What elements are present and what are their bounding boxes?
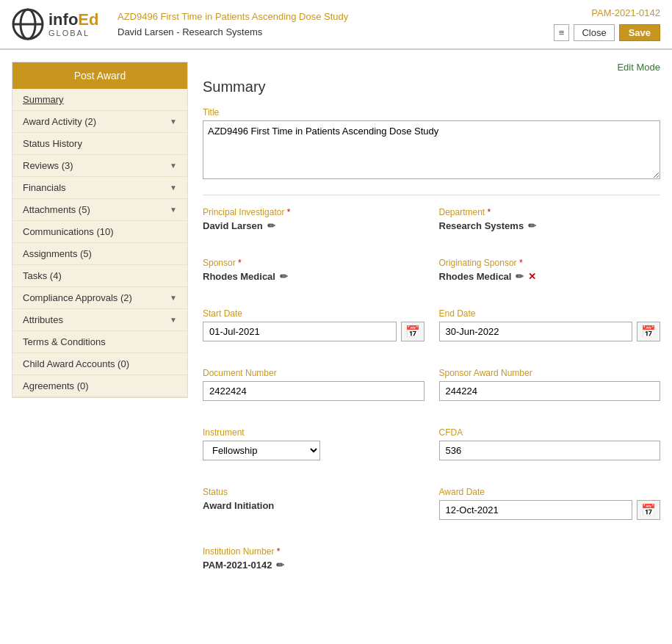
chevron-down-icon: ▼ <box>170 184 177 192</box>
sidebar-item-label: Reviews (3) <box>23 160 73 171</box>
status-award-date-row: Status Award Initiation Award Date 📅 <box>203 487 660 533</box>
sponsor-value: Rhodes Medical ✏ <box>203 271 424 282</box>
sidebar-item-label: Financials <box>23 182 66 193</box>
status-field-group: Status Award Initiation <box>203 487 424 520</box>
chevron-down-icon: ▼ <box>170 316 177 324</box>
header-center: AZD9496 First Time in Patients Ascending… <box>118 11 528 37</box>
originating-sponsor-text: Rhodes Medical <box>439 271 512 282</box>
sidebar-item-attributes[interactable]: Attributes ▼ <box>12 309 187 331</box>
sponsor-award-number-input[interactable] <box>439 381 661 401</box>
header-pam: PAM-2021-0142 <box>591 7 660 18</box>
award-date-calendar-icon[interactable]: 📅 <box>637 500 660 520</box>
document-number-input[interactable] <box>203 381 424 401</box>
sidebar-item-compliance-approvals[interactable]: Compliance Approvals (2) ▼ <box>12 287 187 309</box>
award-date-input[interactable] <box>439 500 633 520</box>
originating-sponsor-remove-icon[interactable]: ✕ <box>528 271 536 282</box>
sidebar-item-terms-conditions[interactable]: Terms & Conditions <box>12 331 187 353</box>
end-date-label: End Date <box>439 308 661 319</box>
sidebar-item-label: Summary <box>23 94 64 105</box>
pi-text: David Larsen <box>203 220 263 231</box>
logo-text: infoEd GLOBAL <box>48 12 98 37</box>
end-date-field-group: End Date 📅 <box>439 308 661 341</box>
sidebar-item-financials[interactable]: Financials ▼ <box>12 177 187 199</box>
document-number-label: Document Number <box>203 368 424 378</box>
institution-number-text: PAM-2021-0142 <box>203 560 272 571</box>
cfda-field-group: CFDA <box>439 427 661 460</box>
sidebar-item-tasks[interactable]: Tasks (4) <box>12 265 187 287</box>
header-buttons: ≡ Close Save <box>554 24 660 41</box>
institution-number-required-star: * <box>277 546 281 557</box>
pi-value: David Larsen ✏ <box>203 220 424 231</box>
sponsor-edit-icon[interactable]: ✏ <box>280 271 288 282</box>
sidebar-item-attachments[interactable]: Attachments (5) ▼ <box>12 199 187 221</box>
instrument-select[interactable]: Fellowship Grant Contract Cooperative Ag… <box>203 441 320 460</box>
sponsor-row: Sponsor * Rhodes Medical ✏ Originating S… <box>203 258 660 295</box>
sidebar-item-communications[interactable]: Communications (10) <box>12 221 187 243</box>
sidebar-item-child-award-accounts[interactable]: Child Award Accounts (0) <box>12 353 187 375</box>
start-date-field-group: Start Date 📅 <box>203 308 424 341</box>
sidebar-item-award-activity[interactable]: Award Activity (2) ▼ <box>12 111 187 133</box>
sidebar-item-status-history[interactable]: Status History <box>12 133 187 155</box>
sidebar-item-summary[interactable]: Summary <box>12 89 187 111</box>
instrument-field-group: Instrument Fellowship Grant Contract Coo… <box>203 427 424 460</box>
dates-row: Start Date 📅 End Date 📅 <box>203 308 660 355</box>
start-date-input[interactable] <box>203 322 397 341</box>
start-date-field: 📅 <box>203 322 424 341</box>
originating-sponsor-label: Originating Sponsor * <box>439 258 661 268</box>
title-textarea[interactable]: AZD9496 First Time in Patients Ascending… <box>203 120 660 179</box>
doc-sponsor-award-row: Document Number Sponsor Award Number <box>203 368 660 414</box>
close-button[interactable]: Close <box>574 24 614 41</box>
sidebar-item-assignments[interactable]: Assignments (5) <box>12 243 187 265</box>
end-date-calendar-icon[interactable]: 📅 <box>637 322 660 341</box>
sidebar-item-label: Attachments (5) <box>23 204 90 215</box>
title-field-group: Title AZD9496 First Time in Patients Asc… <box>203 107 660 181</box>
pi-edit-icon[interactable]: ✏ <box>267 220 275 231</box>
sponsor-award-number-label: Sponsor Award Number <box>439 368 661 378</box>
department-value: Research Systems ✏ <box>439 220 661 231</box>
logo-global: GLOBAL <box>48 29 98 37</box>
header-right: PAM-2021-0142 ≡ Close Save <box>528 7 660 41</box>
sidebar-item-label: Terms & Conditions <box>23 336 106 347</box>
sidebar-item-label: Attributes <box>23 314 63 325</box>
main-container: Post Award Summary Award Activity (2) ▼ … <box>0 50 672 637</box>
chevron-down-icon: ▼ <box>170 206 177 214</box>
sponsor-required-star: * <box>238 258 242 268</box>
sidebar-header: Post Award <box>12 62 187 89</box>
content-area: Edit Mode Summary Title AZD9496 First Ti… <box>203 62 660 626</box>
lines-button[interactable]: ≡ <box>554 24 570 41</box>
sponsor-award-number-field-group: Sponsor Award Number <box>439 368 661 401</box>
pi-label: Principal Investigator * <box>203 207 424 217</box>
institution-number-edit-icon[interactable]: ✏ <box>276 560 284 571</box>
save-button[interactable]: Save <box>619 24 660 41</box>
originating-sponsor-edit-icon[interactable]: ✏ <box>516 271 524 282</box>
status-value: Award Initiation <box>203 500 424 511</box>
sidebar-item-label: Tasks (4) <box>23 270 62 281</box>
sidebar-item-label: Status History <box>23 138 82 149</box>
end-date-input[interactable] <box>439 322 633 341</box>
institution-number-label: Institution Number * <box>203 546 660 557</box>
department-label: Department * <box>439 207 661 217</box>
department-edit-icon[interactable]: ✏ <box>528 220 536 231</box>
sidebar-item-label: Assignments (5) <box>23 248 92 259</box>
logo-info-text: info <box>48 10 78 29</box>
originating-sponsor-value: Rhodes Medical ✏ ✕ <box>439 271 661 282</box>
title-label: Title <box>203 107 660 117</box>
cfda-input[interactable] <box>439 441 661 460</box>
sidebar-item-label: Agreements (0) <box>23 380 89 391</box>
chevron-down-icon: ▼ <box>170 162 177 170</box>
edit-mode-link[interactable]: Edit Mode <box>203 62 660 73</box>
sidebar-item-reviews[interactable]: Reviews (3) ▼ <box>12 155 187 177</box>
pi-department-row: Principal Investigator * David Larsen ✏ … <box>203 207 660 245</box>
department-field-group: Department * Research Systems ✏ <box>439 207 661 231</box>
instrument-cfda-row: Instrument Fellowship Grant Contract Coo… <box>203 427 660 474</box>
sidebar-item-label: Compliance Approvals (2) <box>23 292 132 303</box>
start-date-label: Start Date <box>203 308 424 319</box>
award-date-field-group: Award Date 📅 <box>439 487 661 520</box>
dept-required-star: * <box>488 207 491 217</box>
logo-ed-text: Ed <box>78 10 98 29</box>
sidebar-item-label: Award Activity (2) <box>23 116 96 127</box>
sidebar-item-agreements[interactable]: Agreements (0) <box>12 375 187 397</box>
sponsor-text: Rhodes Medical <box>203 271 275 282</box>
start-date-calendar-icon[interactable]: 📅 <box>401 322 424 341</box>
chevron-down-icon: ▼ <box>170 117 177 126</box>
